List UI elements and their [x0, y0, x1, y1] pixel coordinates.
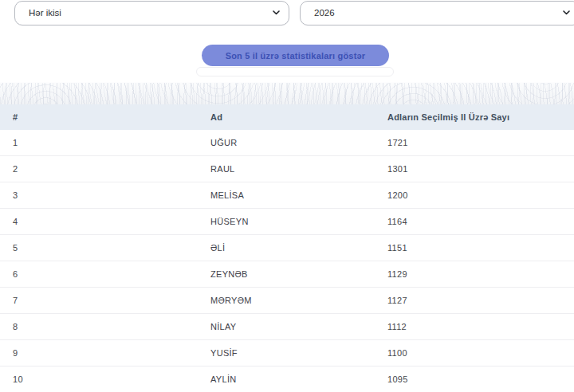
column-header-rank: #	[0, 112, 198, 122]
column-header-name: Ad	[198, 112, 375, 122]
table-row: 2 RAUL 1301	[0, 156, 574, 182]
name-cell: YUSİF	[198, 348, 375, 358]
count-cell: 1129	[375, 269, 574, 279]
button-shadow-outline	[196, 67, 394, 76]
name-cell: HÜSEYN	[198, 217, 375, 226]
chevron-down-icon	[273, 10, 280, 15]
rank-cell: 4	[0, 217, 198, 226]
column-header-count: Adların Seçilmiş Il Üzrə Sayı	[375, 112, 574, 122]
count-cell: 1164	[375, 217, 574, 226]
count-cell: 1301	[375, 164, 574, 174]
ornament-pattern-band	[0, 82, 574, 104]
name-cell: RAUL	[198, 164, 375, 174]
rank-cell: 3	[0, 190, 198, 200]
rank-cell: 9	[0, 348, 198, 358]
name-cell: MƏRYƏM	[198, 296, 375, 305]
rank-cell: 2	[0, 164, 198, 174]
name-cell: ZEYNƏB	[198, 269, 375, 279]
rank-cell: 7	[0, 296, 198, 305]
table-body: 1 UĞUR 1721 2 RAUL 1301 3 MELİSA 1200 4 …	[0, 130, 574, 392]
table-row: 10 AYLİN 1095	[0, 367, 574, 392]
count-cell: 1100	[375, 348, 574, 358]
page: Hər ikisi 2026 Son 5 il üzrə statistikal…	[0, 0, 574, 392]
year-select-value: 2026	[314, 2, 335, 25]
names-statistics-table: # Ad Adların Seçilmiş Il Üzrə Sayı 1 UĞU…	[0, 104, 574, 392]
name-cell: ƏLİ	[198, 243, 375, 253]
name-cell: AYLİN	[198, 374, 375, 384]
rank-cell: 6	[0, 269, 198, 279]
year-select[interactable]: 2026	[300, 1, 574, 25]
chevron-down-icon	[563, 10, 570, 15]
rank-cell: 8	[0, 322, 198, 331]
count-cell: 1127	[375, 296, 574, 305]
table-row: 8 NİLAY 1112	[0, 314, 574, 340]
count-cell: 1151	[375, 243, 574, 253]
table-row: 5 ƏLİ 1151	[0, 235, 574, 261]
table-row: 6 ZEYNƏB 1129	[0, 261, 574, 288]
count-cell: 1112	[375, 322, 574, 331]
name-cell: NİLAY	[198, 322, 375, 331]
table-header-row: # Ad Adların Seçilmiş Il Üzrə Sayı	[0, 104, 574, 130]
gender-select[interactable]: Hər ikisi	[14, 1, 289, 25]
count-cell: 1200	[375, 190, 574, 200]
name-cell: MELİSA	[198, 190, 375, 200]
gender-select-value: Hər ikisi	[29, 2, 61, 25]
table-row: 1 UĞUR 1721	[0, 130, 574, 156]
table-row: 7 MƏRYƏM 1127	[0, 288, 574, 314]
count-cell: 1095	[375, 374, 574, 384]
name-cell: UĞUR	[198, 138, 375, 147]
table-row: 9 YUSİF 1100	[0, 340, 574, 367]
count-cell: 1721	[375, 138, 574, 147]
rank-cell: 10	[0, 374, 198, 384]
table-row: 3 MELİSA 1200	[0, 182, 574, 209]
table-row: 4 HÜSEYN 1164	[0, 209, 574, 235]
show-statistics-button[interactable]: Son 5 il üzrə statistikaları göstər	[202, 45, 389, 66]
rank-cell: 1	[0, 138, 198, 147]
rank-cell: 5	[0, 243, 198, 253]
